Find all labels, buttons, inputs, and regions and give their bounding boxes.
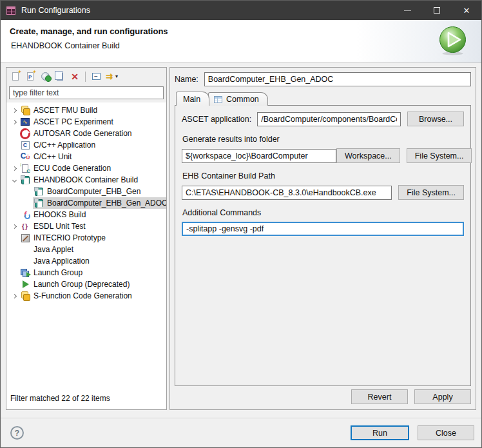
tree-item-c-application[interactable]: C C/C++ Application <box>6 139 166 151</box>
tree-item-label: Java Applet <box>34 244 73 255</box>
main-tab-content: ASCET application: Browse... Generate re… <box>175 105 471 386</box>
maximize-icon <box>434 7 440 14</box>
ascet-application-label: ASCET application: <box>182 115 251 124</box>
configurations-panel: ✦ P✦ ✕ − ⇉ <box>6 67 167 410</box>
tree-item-label: ASCET PC Experiment <box>34 116 113 128</box>
green-play-icon <box>20 279 30 289</box>
dialog-subtitle: EHANDBOOK Container Build <box>11 41 481 50</box>
tree-item-autosar-code-generation[interactable]: AUTOSAR Code Generation <box>6 128 166 139</box>
export-configuration-button[interactable] <box>38 70 52 84</box>
filter-menu-button[interactable]: ⇉ ▾ <box>104 70 120 84</box>
collapse-chevron-icon[interactable] <box>10 179 19 182</box>
expand-chevron-icon[interactable] <box>10 225 19 228</box>
filter-input[interactable] <box>9 86 164 99</box>
results-folder-input[interactable] <box>182 149 336 163</box>
duplicate-configuration-button[interactable] <box>53 70 67 84</box>
autosar-icon <box>20 128 30 139</box>
tree-item-label: ESDL Unit Test <box>34 220 86 232</box>
run-button[interactable]: Run <box>351 425 409 440</box>
duplicate-icon <box>57 73 63 81</box>
ehb-build-path-input[interactable] <box>182 186 392 200</box>
tree-item-c-unit[interactable]: CÜ C/C++ Unit <box>6 151 166 162</box>
ascet-fmu-build-icon <box>20 105 30 115</box>
help-button[interactable]: ? <box>10 426 24 440</box>
dialog-header: Create, manage, and run configurations E… <box>1 20 481 63</box>
new-configuration-button[interactable]: ✦ <box>8 70 23 84</box>
minimize-button[interactable] <box>392 1 422 20</box>
additional-commands-row <box>182 222 464 236</box>
filter-icon: ⇉ <box>106 72 113 81</box>
new-configuration-icon: ✦ <box>12 72 19 81</box>
tab-main[interactable]: Main <box>176 92 209 106</box>
tree-item-java-application[interactable]: Java Application <box>6 255 166 267</box>
window-title: Run Configurations <box>21 6 90 15</box>
results-folder-row: Workspace... File System... <box>182 148 464 163</box>
expand-chevron-icon[interactable] <box>10 121 19 124</box>
tree-item-label: EHANDBOOK Container Build <box>34 174 138 186</box>
ehandbook-icon <box>20 175 30 185</box>
close-icon: ✕ <box>463 6 470 15</box>
tab-bar: Main Common <box>175 92 471 105</box>
tree-item-label: S-Function Code Generation <box>34 290 132 302</box>
tree-item-ascet-pc-experiment[interactable]: ∿ ASCET PC Experiment <box>6 116 166 128</box>
toolbar-separator <box>85 72 86 82</box>
tree-item-intecrio-prototype[interactable]: INTECRIO Prototype <box>6 232 166 244</box>
expand-chevron-icon[interactable] <box>10 167 19 170</box>
tree-item-launch-group-deprecated[interactable]: Launch Group (Deprecated) <box>6 278 166 290</box>
configuration-detail-panel: Name: Main Common ASCET application: Bro… <box>169 67 476 410</box>
blank-icon <box>20 244 30 255</box>
apply-button[interactable]: Apply <box>414 389 471 404</box>
help-icon: ? <box>15 429 19 438</box>
browse-button[interactable]: Browse... <box>407 112 464 126</box>
name-input[interactable] <box>204 72 471 86</box>
tree-item-s-function-code-generation[interactable]: S-Function Code Generation <box>6 290 166 302</box>
ascet-application-input[interactable] <box>257 112 401 126</box>
run-badge-icon <box>438 25 468 55</box>
tab-label: Common <box>226 95 259 104</box>
tree-item-ehandbook-container-build[interactable]: EHANDBOOK Container Build <box>6 174 166 186</box>
revert-button[interactable]: Revert <box>351 389 408 404</box>
tree-item-esdl-unit-test[interactable]: {} ESDL Unit Test <box>6 220 166 232</box>
expand-chevron-icon[interactable] <box>10 109 19 112</box>
tree-item-java-applet[interactable]: Java Applet <box>6 244 166 255</box>
dialog-footer: ? Run Close <box>1 418 481 447</box>
run-configurations-dialog: Run Configurations ✕ Create, manage, and… <box>0 0 482 448</box>
tree-item-label: ECU Code Generation <box>34 162 111 174</box>
maximize-button[interactable] <box>422 1 452 20</box>
dialog-title: Create, manage, and run configurations <box>10 26 481 36</box>
filter-row <box>6 85 166 102</box>
tree-item-label: Launch Group <box>34 267 82 278</box>
tree-item-label: C/C++ Application <box>34 139 95 151</box>
delete-configuration-button[interactable]: ✕ <box>68 70 82 84</box>
collapse-all-icon: − <box>92 73 101 80</box>
file-system-button[interactable]: File System... <box>407 148 472 163</box>
ehandbook-icon <box>34 186 44 197</box>
tree-item-ehooks-build[interactable]: f EHOOKS Build <box>6 209 166 220</box>
footer-buttons: Run Close <box>351 425 474 440</box>
tree-item-label: Launch Group (Deprecated) <box>34 278 130 290</box>
new-prototype-button[interactable]: P✦ <box>23 70 37 84</box>
tree-item-label: ASCET FMU Build <box>34 104 97 116</box>
tree-item-ascet-fmu-build[interactable]: ASCET FMU Build <box>6 104 166 116</box>
tree-item-label: BoardComputer_EHB_Gen_ADOC <box>47 197 166 209</box>
ascet-application-row: ASCET application: Browse... <box>182 112 464 126</box>
expand-chevron-icon[interactable] <box>10 295 19 298</box>
c-unit-icon: CÜ <box>20 151 30 162</box>
configurations-tree: ASCET FMU Build ∿ ASCET PC Experiment AU… <box>6 102 166 394</box>
ehooks-build-icon: f <box>20 209 30 220</box>
tab-common[interactable]: Common <box>208 92 268 106</box>
close-window-button[interactable]: ✕ <box>452 1 481 20</box>
collapse-all-button[interactable]: − <box>89 70 103 84</box>
additional-commands-input[interactable] <box>182 222 464 236</box>
tree-item-boardcomputer-ehb-gen[interactable]: BoardComputer_EHB_Gen <box>6 186 166 197</box>
tree-item-launch-group[interactable]: Launch Group <box>6 267 166 278</box>
window-controls: ✕ <box>392 1 481 20</box>
tree-item-label: AUTOSAR Code Generation <box>34 128 132 139</box>
launch-group-icon <box>20 268 30 278</box>
esdl-braces-icon: {} <box>20 221 30 231</box>
tree-item-boardcomputer-ehb-gen-adoc[interactable]: BoardComputer_EHB_Gen_ADOC <box>6 197 166 209</box>
workspace-button[interactable]: Workspace... <box>336 148 400 163</box>
ehb-file-system-button[interactable]: File System... <box>398 185 464 200</box>
tree-item-ecu-code-generation[interactable]: ↓C ECU Code Generation <box>6 162 166 174</box>
close-dialog-button[interactable]: Close <box>418 425 474 440</box>
